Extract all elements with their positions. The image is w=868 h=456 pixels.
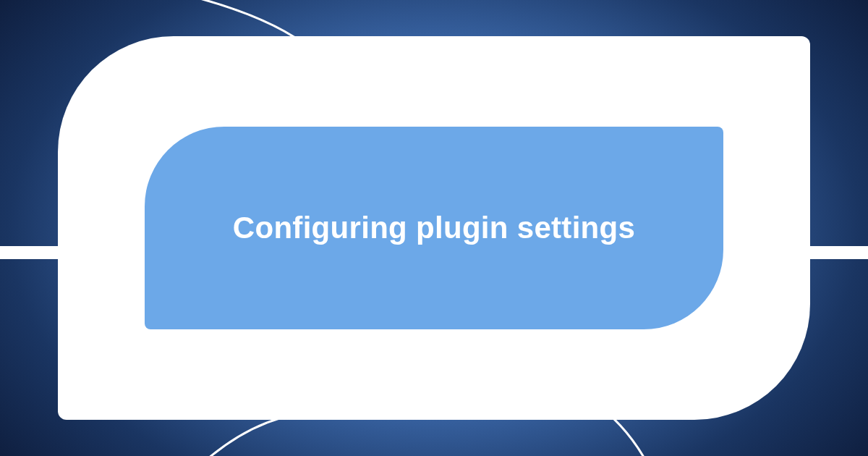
banner-title: Configuring plugin settings	[233, 211, 635, 245]
inner-blue-panel: Configuring plugin settings	[145, 127, 723, 329]
